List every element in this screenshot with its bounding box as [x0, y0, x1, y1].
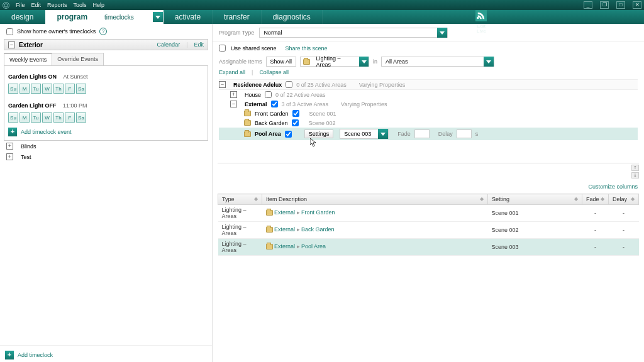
sort-icon[interactable]: ◆: [254, 196, 258, 202]
expand-icon[interactable]: +: [6, 143, 13, 150]
day-button[interactable]: Th: [53, 112, 64, 123]
house-checkbox[interactable]: [265, 91, 272, 98]
chevron-down-icon[interactable]: [437, 28, 447, 38]
settings-button[interactable]: Settings: [304, 129, 334, 138]
table-row[interactable]: Lighting – Areas External ▸ Front Garden…: [218, 205, 639, 222]
menu-help[interactable]: Help: [93, 2, 105, 8]
day-button[interactable]: F: [65, 112, 75, 123]
share-scene-link[interactable]: Share this scene: [286, 45, 328, 52]
tab-program[interactable]: program: [45, 10, 99, 24]
table-row[interactable]: Lighting – Areas External ▸ Back Garden …: [218, 222, 639, 239]
section-exterior-header[interactable]: − Exterior Calendar | Edit: [4, 39, 208, 50]
program-type-select[interactable]: Normal: [259, 28, 448, 38]
day-button[interactable]: Sa: [76, 84, 86, 94]
window-max-button[interactable]: □: [616, 1, 625, 9]
subtab-override[interactable]: Override Events: [52, 53, 104, 65]
tree-area[interactable]: Back Garden: [255, 120, 288, 126]
program-subselect[interactable]: timeclocks: [99, 10, 164, 24]
collapse-all-link[interactable]: Collapse all: [259, 69, 289, 75]
tab-design[interactable]: design: [0, 10, 45, 24]
delay-input[interactable]: [457, 129, 472, 138]
day-button[interactable]: Tu: [31, 112, 41, 123]
customize-columns-link[interactable]: Customize columns: [588, 184, 638, 190]
area-checkbox[interactable]: [285, 131, 292, 138]
col-fade[interactable]: Fade: [586, 196, 599, 202]
timeclock-event[interactable]: Garden Light OFF 11:00 PM Su M Tu W Th F…: [8, 99, 204, 123]
area-checkbox[interactable]: [292, 110, 299, 117]
sort-icon[interactable]: ◆: [631, 196, 635, 202]
section-test[interactable]: Test: [21, 154, 31, 160]
col-type[interactable]: Type: [222, 196, 235, 202]
area-tree: − Residence Adelux 0 of 25 Active Areas …: [213, 78, 644, 141]
window-min-button[interactable]: _: [584, 1, 592, 9]
tree-area[interactable]: Front Garden: [255, 111, 289, 117]
residence-checkbox[interactable]: [286, 81, 292, 88]
window-restore-button[interactable]: ❐: [600, 1, 609, 9]
menu-file[interactable]: File: [16, 2, 25, 8]
expand-icon[interactable]: +: [230, 91, 237, 98]
tree-house[interactable]: House: [245, 92, 261, 98]
cell-desc[interactable]: External ▸ Front Garden: [262, 205, 488, 222]
sort-icon[interactable]: ◆: [601, 196, 604, 202]
collapse-icon[interactable]: −: [219, 81, 226, 88]
day-button[interactable]: Su: [8, 84, 18, 94]
col-desc[interactable]: Item Description: [266, 196, 307, 202]
menu-reports[interactable]: Reports: [47, 2, 67, 8]
cell-desc[interactable]: External ▸ Back Garden: [262, 222, 488, 239]
day-button[interactable]: F: [65, 84, 75, 94]
menu-edit[interactable]: Edit: [31, 2, 42, 8]
move-top-icon[interactable]: ⤒: [631, 165, 639, 171]
area-checkbox[interactable]: [292, 119, 299, 126]
tab-diagnostics[interactable]: diagnostics: [262, 10, 323, 24]
chevron-down-icon[interactable]: [378, 129, 388, 139]
show-homeowner-checkbox[interactable]: [6, 28, 13, 35]
day-button[interactable]: W: [42, 84, 52, 94]
add-event-label[interactable]: Add timeclock event: [21, 129, 72, 135]
chevron-down-icon[interactable]: [359, 57, 369, 67]
collapse-icon[interactable]: −: [230, 101, 237, 107]
sort-icon[interactable]: ◆: [480, 196, 484, 202]
menu-tools[interactable]: Tools: [74, 2, 87, 8]
day-button[interactable]: Sa: [76, 112, 86, 123]
table-row[interactable]: Lighting – Areas External ▸ Pool Area Sc…: [218, 239, 639, 256]
day-button[interactable]: Th: [53, 84, 64, 94]
help-icon[interactable]: ?: [99, 28, 107, 35]
day-button[interactable]: Su: [8, 112, 18, 123]
feed-icon[interactable]: [475, 10, 487, 21]
tree-area-selected[interactable]: Pool Area: [255, 131, 281, 137]
category-select[interactable]: Lighting – Areas: [300, 57, 369, 67]
tree-external[interactable]: External: [245, 101, 267, 107]
external-checkbox[interactable]: [271, 101, 278, 107]
subtab-weekly[interactable]: Weekly Events: [4, 53, 52, 65]
day-button[interactable]: W: [42, 112, 52, 123]
use-shared-checkbox[interactable]: [219, 45, 226, 52]
expand-icon[interactable]: +: [6, 153, 13, 160]
tab-activate[interactable]: activate: [164, 10, 213, 24]
chevron-down-icon[interactable]: [484, 57, 494, 67]
calendar-link[interactable]: Calendar: [157, 41, 180, 48]
tab-transfer[interactable]: transfer: [213, 10, 262, 24]
expand-all-link[interactable]: Expand all: [219, 69, 245, 75]
chevron-down-icon[interactable]: [153, 12, 163, 22]
sort-icon[interactable]: ◆: [574, 196, 578, 202]
areas-select[interactable]: All Areas: [381, 57, 494, 67]
fade-input[interactable]: [414, 129, 430, 138]
add-event-button[interactable]: +: [8, 128, 17, 136]
day-button[interactable]: M: [19, 112, 30, 123]
day-button[interactable]: M: [19, 84, 30, 94]
day-button[interactable]: Tu: [31, 84, 41, 94]
timeclock-event[interactable]: Garden Lights ON At Sunset Su M Tu W Th …: [8, 70, 204, 94]
collapse-icon[interactable]: −: [8, 41, 15, 48]
section-blinds[interactable]: Blinds: [21, 143, 36, 150]
scene-select[interactable]: Scene 003: [340, 129, 389, 139]
move-bottom-icon[interactable]: ⤓: [631, 172, 639, 178]
add-timeclock-label[interactable]: Add timeclock: [18, 352, 53, 358]
window-close-button[interactable]: ✕: [633, 1, 641, 9]
showall-button[interactable]: Show All: [266, 57, 297, 67]
col-delay[interactable]: Delay: [613, 196, 627, 202]
col-setting[interactable]: Setting: [492, 196, 509, 202]
add-timeclock-button[interactable]: +: [5, 351, 14, 359]
cell-desc[interactable]: External ▸ Pool Area: [262, 239, 488, 256]
edit-link[interactable]: Edit: [194, 41, 204, 48]
tree-residence[interactable]: Residence Adelux: [233, 82, 282, 88]
